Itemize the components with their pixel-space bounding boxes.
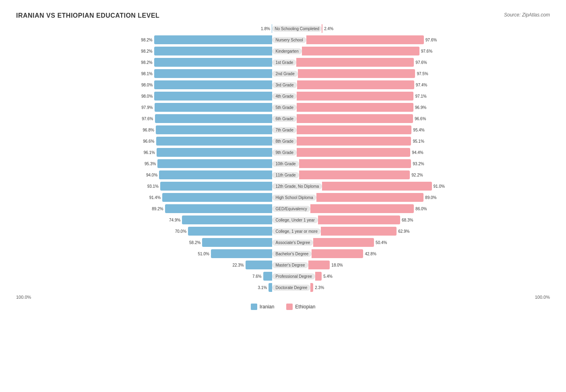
right-section: 42.8% <box>312 248 566 259</box>
pink-bar <box>297 125 411 134</box>
table-row: 96.8% 7th Grade 95.4% <box>16 125 550 135</box>
left-section: 94.0% <box>16 170 272 180</box>
right-pct-label: 42.8% <box>365 252 376 256</box>
category-label: Associate's Degree <box>272 240 313 246</box>
category-label: 10th Grade <box>272 161 299 167</box>
right-section: 97.1% <box>297 91 553 101</box>
category-label: 11th Grade <box>272 172 299 178</box>
category-label: Nursery School <box>272 37 306 43</box>
left-section: 96.1% <box>16 147 272 158</box>
blue-bar <box>154 58 273 67</box>
table-row: 98.0% 4th Grade 97.1% <box>16 91 550 101</box>
center-section: College, 1 year or more <box>272 228 321 234</box>
left-pct-label: 98.2% <box>141 49 152 53</box>
center-section: Associate's Degree <box>272 240 313 246</box>
left-pct-label: 3.1% <box>258 285 267 290</box>
left-section: 98.2% <box>16 46 272 56</box>
left-pct-label: 96.8% <box>143 128 154 132</box>
table-row: 97.6% 6th Grade 96.6% <box>16 113 550 124</box>
category-label: GED/Equivalency <box>272 206 310 212</box>
right-section: 2.4% <box>322 23 566 34</box>
left-section: 91.4% <box>16 192 272 203</box>
left-section: 51.0% <box>16 248 272 259</box>
pink-bar <box>297 92 413 101</box>
left-section: 22.3% <box>16 260 272 270</box>
right-pct-label: 91.0% <box>434 184 445 189</box>
right-pct-label: 92.2% <box>411 173 423 177</box>
blue-bar <box>154 69 272 78</box>
category-label: Bachelor's Degree <box>272 251 312 257</box>
chart-header: IRANIAN VS ETHIOPIAN EDUCATION LEVEL Sou… <box>16 12 550 19</box>
right-pct-label: 68.3% <box>402 218 413 222</box>
right-pct-label: 93.2% <box>413 162 424 166</box>
left-section: 1.8% <box>16 23 272 34</box>
pink-bar <box>313 238 374 247</box>
left-section: 96.6% <box>16 136 272 146</box>
left-section: 98.2% <box>16 57 272 68</box>
center-section: Nursery School <box>272 37 306 43</box>
center-section: 1st Grade <box>272 60 296 66</box>
left-pct-label: 89.2% <box>152 207 163 211</box>
blue-bar <box>154 35 273 44</box>
right-pct-label: 86.0% <box>415 207 427 211</box>
center-section: 5th Grade <box>272 105 296 111</box>
pink-bar <box>322 182 432 191</box>
left-pct-label: 98.0% <box>141 94 153 99</box>
pink-bar <box>306 35 424 44</box>
table-row: 98.1% 2nd Grade 97.5% <box>16 68 550 79</box>
right-pct-label: 97.6% <box>426 38 437 42</box>
blue-bar <box>156 125 273 134</box>
right-section: 97.4% <box>297 80 553 90</box>
center-section: 7th Grade <box>272 127 296 133</box>
blue-bar <box>165 204 273 213</box>
left-pct-label: 74.9% <box>169 218 180 222</box>
right-section: 97.6% <box>296 57 552 68</box>
center-section: 10th Grade <box>272 161 299 167</box>
left-pct-label: 94.0% <box>146 173 157 177</box>
right-section: 96.9% <box>297 102 553 113</box>
left-section: 58.2% <box>16 237 272 248</box>
center-section: 3rd Grade <box>272 82 297 88</box>
left-section: 95.3% <box>16 158 272 169</box>
table-row: 96.6% 8th Grade 95.1% <box>16 136 550 146</box>
chart-source: Source: ZipAtlas.com <box>504 12 550 18</box>
center-section: Kindergarten <box>272 48 302 54</box>
legend-label-iranian: Iranian <box>260 304 275 310</box>
left-pct-label: 7.6% <box>252 274 262 279</box>
pink-bar <box>297 114 413 123</box>
right-pct-label: 97.4% <box>416 83 427 87</box>
category-label: No Schooling Completed <box>272 26 322 32</box>
left-section: 70.0% <box>16 226 272 236</box>
left-pct-label: 91.4% <box>149 195 161 200</box>
right-section: 2.3% <box>310 282 566 293</box>
pink-bar <box>302 47 419 55</box>
pink-bar <box>297 80 414 89</box>
center-section: 2nd Grade <box>272 71 297 77</box>
pink-bar <box>296 58 414 67</box>
table-row: 98.2% Nursery School 97.6% <box>16 35 550 45</box>
pink-bar <box>297 103 413 112</box>
category-label: 6th Grade <box>272 116 296 122</box>
right-pct-label: 97.6% <box>415 60 427 65</box>
category-label: College, Under 1 year <box>272 217 318 223</box>
table-row: 96.1% 9th Grade 94.4% <box>16 147 550 158</box>
blue-bar <box>154 92 272 101</box>
category-label: High School Diploma <box>272 195 316 201</box>
legend: Iranian Ethiopian <box>16 304 550 310</box>
right-pct-label: 5.4% <box>323 274 333 279</box>
blue-bar <box>188 227 272 236</box>
blue-bar <box>211 249 273 258</box>
right-section: 95.1% <box>297 136 553 146</box>
chart-title: IRANIAN VS ETHIOPIAN EDUCATION LEVEL <box>16 12 159 19</box>
blue-bar <box>162 193 272 202</box>
left-section: 3.1% <box>16 282 272 293</box>
right-pct-label: 97.6% <box>421 49 432 53</box>
blue-bar <box>154 80 272 89</box>
left-section: 98.1% <box>16 68 272 79</box>
category-label: 2nd Grade <box>272 71 297 77</box>
left-pct-label: 96.1% <box>144 150 155 155</box>
category-label: Doctorate Degree <box>272 285 310 291</box>
left-section: 89.2% <box>16 203 272 214</box>
pink-bar <box>297 137 411 146</box>
left-pct-label: 98.2% <box>141 38 152 42</box>
